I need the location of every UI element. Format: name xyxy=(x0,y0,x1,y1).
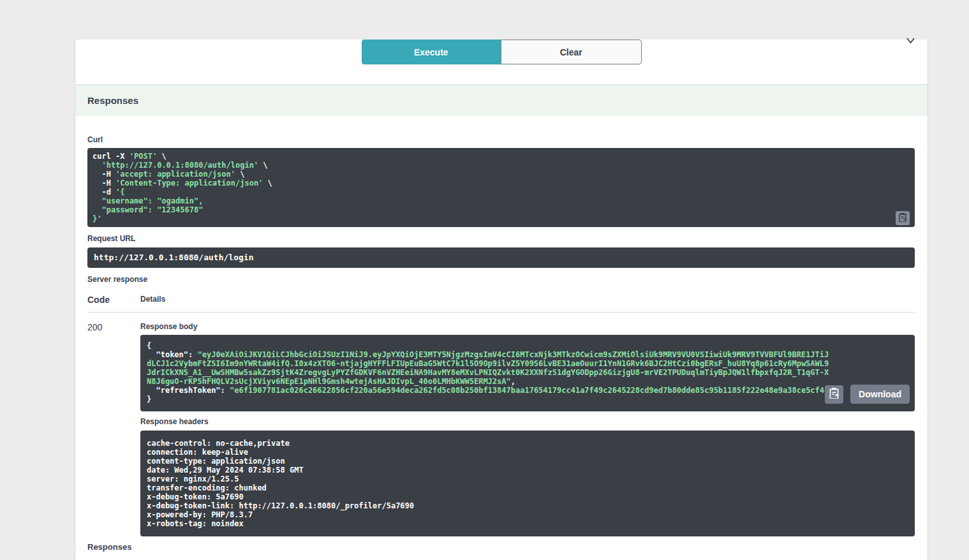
code-segment: \ xyxy=(263,179,272,188)
code-line: }' xyxy=(92,214,910,223)
code-line: x-debug-token-link: http://127.0.0.1:808… xyxy=(147,501,908,510)
code-segment: , xyxy=(511,377,515,386)
curl-command-block: curl -X 'POST' \ 'http://127.0.0.1:8080/… xyxy=(87,148,915,227)
request-url-value: http://127.0.0.1:8080/auth/login xyxy=(94,253,253,262)
code-line: { xyxy=(147,341,831,350)
operation-panel: Execute Clear Responses Curl curl -X 'PO… xyxy=(75,40,928,560)
code-line: server: nginx/1.25.5 xyxy=(147,475,908,483)
response-details: Response body { "token": "eyJ0eXAiOiJKV1… xyxy=(140,322,915,536)
code-segment xyxy=(92,161,101,170)
code-line: -H 'Content-Type: application/json' \ xyxy=(92,179,910,188)
code-segment: 'accept: application/json' xyxy=(115,170,235,179)
status-code: 200 xyxy=(87,322,140,536)
code-line: x-powered-by: PHP/8.3.7 xyxy=(147,510,908,519)
code-segment xyxy=(147,386,156,395)
code-segment: 'http://127.0.0.1:8080/auth/login' xyxy=(101,161,258,170)
code-segment: x-robots-tag: noindex xyxy=(147,519,244,528)
code-segment: transfer-encoding: chunked xyxy=(147,483,267,492)
code-line: cache-control: no-cache,private xyxy=(147,439,908,448)
code-line: } xyxy=(147,395,831,404)
server-response-label: Server response xyxy=(87,275,915,284)
code-line: "username": "ogadmin", xyxy=(92,196,910,205)
execute-button[interactable]: Execute xyxy=(362,40,501,64)
code-line: -d '{ xyxy=(92,188,910,196)
request-url-block: http://127.0.0.1:8080/auth/login xyxy=(87,247,915,268)
code-segment: connection: keep-alive xyxy=(147,448,248,457)
code-line: -H 'accept: application/json' \ xyxy=(92,170,910,179)
code-segment: -H xyxy=(92,179,115,188)
server-response-table-header: Code Details xyxy=(87,295,915,313)
code-segment: \ xyxy=(258,161,267,170)
code-segment: : xyxy=(221,386,230,395)
code-line: "refreshToken": "e6f1907781ac026c2662285… xyxy=(147,386,831,395)
code-line: 'http://127.0.0.1:8080/auth/login' \ xyxy=(92,161,910,170)
responses-section-header: Responses xyxy=(75,84,928,116)
code-segment: content-type: application/json xyxy=(147,457,285,466)
code-line: content-type: application/json xyxy=(147,457,908,466)
code-line: x-debug-token: 5a7690 xyxy=(147,492,908,501)
request-url-label: Request URL xyxy=(87,234,915,243)
code-segment: '{ xyxy=(115,188,124,196)
response-headers-block: cache-control: no-cache,privateconnectio… xyxy=(140,431,915,536)
clipboard-copy-icon xyxy=(899,213,906,224)
code-segment: curl -X xyxy=(92,152,129,161)
clipboard-copy-icon xyxy=(829,388,839,401)
code-segment: x-powered-by: PHP/8.3.7 xyxy=(147,510,253,519)
code-segment: "e6f1907781ac026c26622856cf220a56e594dec… xyxy=(230,386,829,395)
code-segment: x-debug-token: 5a7690 xyxy=(147,492,244,501)
code-segment: x-debug-token-link: http://127.0.0.1:808… xyxy=(147,501,414,510)
code-line: transfer-encoding: chunked xyxy=(147,483,908,492)
copy-response-button[interactable] xyxy=(825,385,843,404)
curl-label: Curl xyxy=(87,135,915,144)
code-segment: cache-control: no-cache,private xyxy=(147,439,290,448)
code-segment: date: Wed,29 May 2024 07:38:58 GMT xyxy=(147,466,304,475)
code-segment: : xyxy=(188,350,197,359)
code-segment: -d xyxy=(92,188,115,196)
code-segment: "password": "12345678" xyxy=(92,205,203,214)
code-line: date: Wed,29 May 2024 07:38:58 GMT xyxy=(147,466,908,475)
code-segment: } xyxy=(147,395,151,404)
code-segment: "token" xyxy=(156,350,188,359)
execute-toolbar: Execute Clear xyxy=(362,40,642,64)
code-segment: "refreshToken" xyxy=(156,386,220,395)
code-line: connection: keep-alive xyxy=(147,448,908,457)
code-segment: server: nginx/1.25.5 xyxy=(147,475,239,483)
server-response-row: 200 Response body { "token": "eyJ0eXAiOi… xyxy=(87,322,915,536)
clear-button[interactable]: Clear xyxy=(501,40,642,64)
code-segment: "eyJ0eXAiOiJKV1QiLCJhbGciOiJSUzI1NiJ9.ey… xyxy=(147,350,829,386)
download-button[interactable]: Download xyxy=(850,385,910,404)
responses-section-title: Responses xyxy=(87,95,138,106)
code-segment: 'POST' xyxy=(129,152,157,161)
copy-curl-button[interactable] xyxy=(896,211,910,225)
response-body-controls: Download xyxy=(825,385,910,404)
code-segment: "username": "ogadmin", xyxy=(92,196,203,205)
responses-table-title: Responses xyxy=(87,542,915,552)
response-body-block: { "token": "eyJ0eXAiOiJKV1QiLCJhbGciOiJS… xyxy=(140,335,915,411)
code-segment xyxy=(147,350,156,359)
chevron-collapse-icon[interactable] xyxy=(906,35,915,47)
responses-content: Curl curl -X 'POST' \ 'http://127.0.0.1:… xyxy=(75,135,928,560)
response-headers-label: Response headers xyxy=(140,417,915,426)
code-segment: }' xyxy=(92,214,101,223)
response-body-label: Response body xyxy=(140,322,915,331)
code-column-header: Code xyxy=(87,295,140,305)
code-line: "token": "eyJ0eXAiOiJKV1QiLCJhbGciOiJSUz… xyxy=(147,350,831,386)
code-segment: { xyxy=(147,341,151,350)
code-line: "password": "12345678" xyxy=(92,205,910,214)
code-segment: -H xyxy=(92,170,115,179)
code-segment: 'Content-Type: application/json' xyxy=(115,179,263,188)
code-line: x-robots-tag: noindex xyxy=(147,519,908,528)
details-column-header: Details xyxy=(140,295,165,305)
code-line: curl -X 'POST' \ xyxy=(92,152,910,161)
code-segment: \ xyxy=(157,152,166,161)
code-segment: \ xyxy=(235,170,244,179)
